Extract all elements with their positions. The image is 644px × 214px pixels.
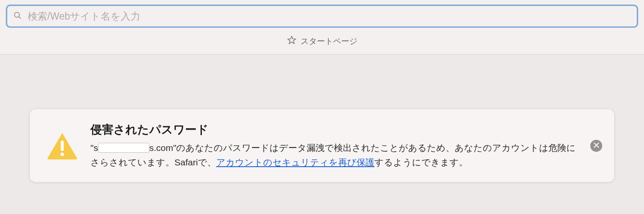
svg-line-1 — [19, 17, 20, 18]
address-bar[interactable] — [6, 5, 638, 28]
svg-marker-2 — [287, 36, 295, 43]
banner-body-prefix: "s — [90, 143, 98, 153]
close-icon — [594, 142, 599, 150]
password-breach-banner: 侵害されたパスワード "ss.com"のあなたのパスワードはデータ漏洩で検出され… — [30, 109, 614, 182]
banner-body-suffix: するようにできます。 — [374, 157, 468, 167]
star-icon — [287, 35, 296, 47]
content-area: 侵害されたパスワード "ss.com"のあなたのパスワードはデータ漏洩で検出され… — [0, 55, 644, 182]
banner-title: 侵害されたパスワード — [90, 122, 577, 137]
svg-rect-3 — [61, 141, 64, 151]
address-input[interactable] — [28, 11, 631, 22]
search-icon — [13, 11, 28, 21]
svg-point-0 — [15, 12, 20, 17]
banner-body: "ss.com"のあなたのパスワードはデータ漏洩で検出されたことがあるため、あな… — [90, 141, 577, 169]
secure-account-link[interactable]: アカウントのセキュリティを再び保護 — [216, 157, 374, 167]
tab-label: スタートページ — [301, 36, 357, 47]
tab-start-page[interactable]: スタートページ — [287, 35, 357, 47]
banner-text: 侵害されたパスワード "ss.com"のあなたのパスワードはデータ漏洩で検出され… — [90, 122, 577, 169]
redacted-domain — [98, 143, 149, 153]
close-button[interactable] — [590, 140, 602, 152]
tab-bar: スタートページ — [0, 28, 644, 55]
svg-point-4 — [61, 153, 64, 156]
warning-icon — [47, 130, 78, 161]
browser-toolbar — [0, 0, 644, 28]
